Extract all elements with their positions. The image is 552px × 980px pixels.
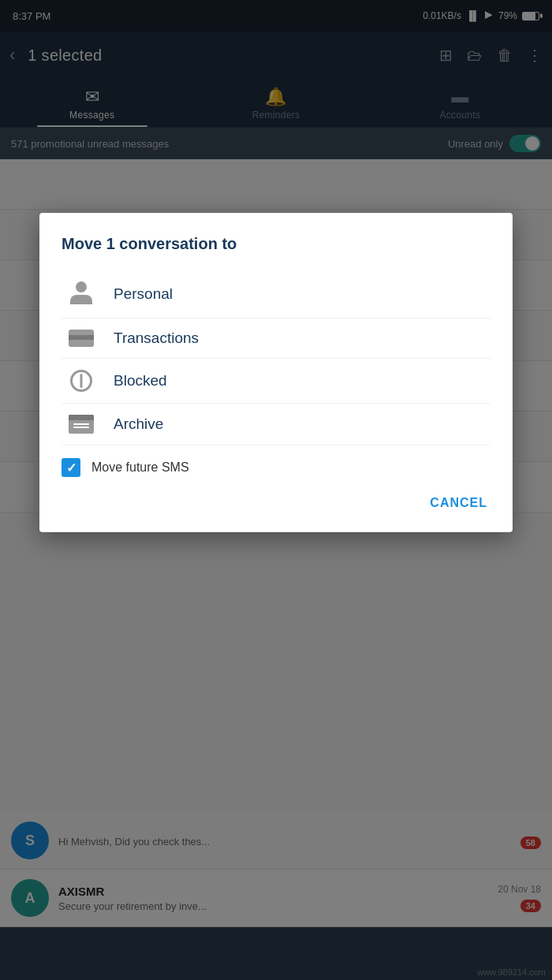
move-conversation-dialog: Move 1 conversation to Personal Transact… [39, 213, 513, 532]
option-personal[interactable]: Personal [62, 270, 490, 319]
option-archive-label: Archive [114, 415, 163, 433]
option-personal-label: Personal [114, 285, 173, 303]
dialog-title: Move 1 conversation to [62, 235, 490, 253]
blocked-icon [62, 370, 101, 392]
move-future-label: Move future SMS [91, 460, 189, 475]
option-transactions-label: Transactions [114, 330, 199, 347]
move-future-sms-row[interactable]: ✓ Move future SMS [62, 445, 490, 483]
move-future-checkbox[interactable]: ✓ [62, 458, 80, 477]
option-blocked-label: Blocked [114, 372, 167, 389]
archive-icon [62, 415, 101, 434]
option-transactions[interactable]: Transactions [62, 319, 490, 359]
option-blocked[interactable]: Blocked [62, 359, 490, 404]
personal-icon [62, 281, 101, 307]
option-archive[interactable]: Archive [62, 404, 490, 445]
transactions-icon [62, 330, 101, 347]
cancel-button[interactable]: CANCEL [427, 490, 490, 516]
checkmark-icon: ✓ [66, 460, 76, 475]
dialog-footer: CANCEL [62, 483, 490, 516]
